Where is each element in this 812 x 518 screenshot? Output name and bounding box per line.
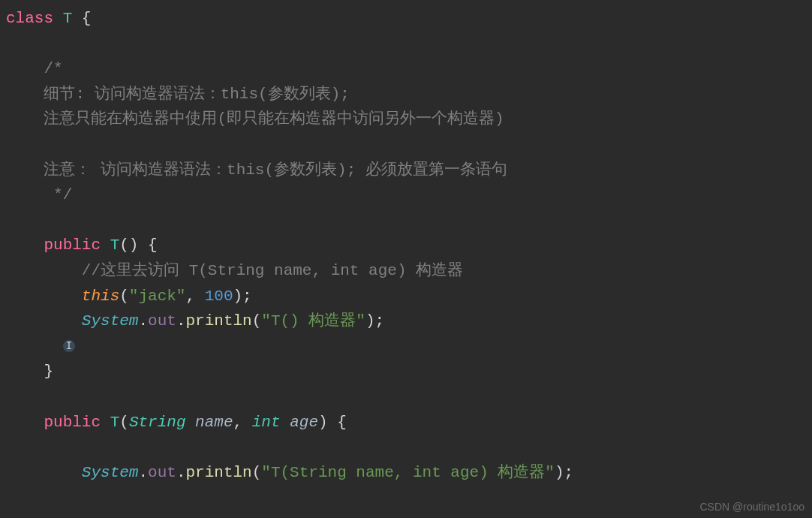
code-line: //这里去访问 T(String name, int age) 构造器 xyxy=(6,258,806,284)
code-line xyxy=(6,435,806,460)
watermark: CSDN @routine1o1oo xyxy=(699,498,804,515)
code-editor: class T { /* 细节: 访问构造器语法：this(参数列表); 注意只… xyxy=(6,6,806,485)
code-line: 注意： 访问构造器语法：this(参数列表); 必须放置第一条语句 xyxy=(6,158,806,183)
code-line: public T() { xyxy=(6,233,806,258)
code-line xyxy=(6,208,806,233)
code-line: */ xyxy=(6,182,806,208)
code-line: class T { xyxy=(6,6,806,32)
code-line: public T(String name, int age) { xyxy=(6,410,806,435)
code-line xyxy=(6,384,806,410)
code-line: this("jack", 100); xyxy=(6,284,806,309)
code-line: } xyxy=(6,359,806,384)
code-line: System.out.println("T(String name, int a… xyxy=(6,460,806,486)
code-line xyxy=(6,132,806,158)
cursor-indicator xyxy=(63,340,75,352)
code-line xyxy=(6,334,806,360)
code-line: 注意只能在构造器中使用(即只能在构造器中访问另外一个构造器) xyxy=(6,107,806,132)
code-line: System.out.println("T() 构造器"); xyxy=(6,309,806,334)
code-line: /* xyxy=(6,56,806,82)
code-line: 细节: 访问构造器语法：this(参数列表); xyxy=(6,82,806,107)
code-line xyxy=(6,32,806,57)
